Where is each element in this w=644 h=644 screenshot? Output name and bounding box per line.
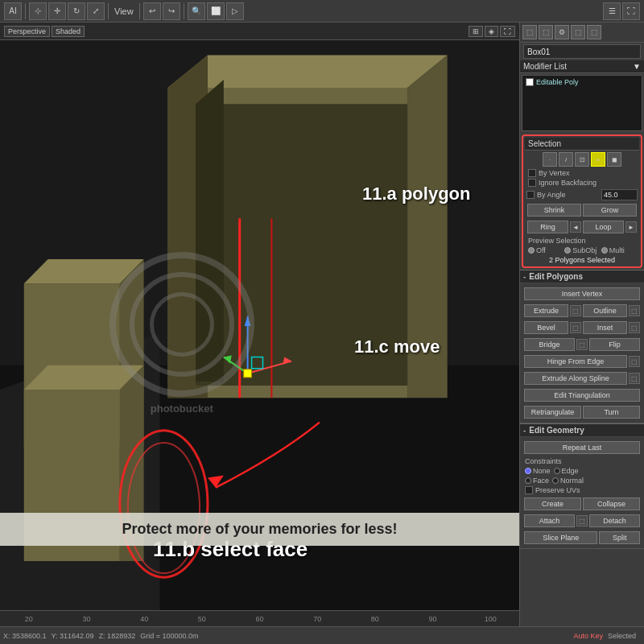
none-radio[interactable] bbox=[525, 468, 531, 474]
selection-section: Selection · / ⊡ ▪ ◼ By Vertex bbox=[522, 134, 642, 268]
edit-polygons-header: - Edit Polygons bbox=[520, 270, 644, 283]
panel-icon-4[interactable]: ⬚ bbox=[587, 25, 601, 39]
edit-triangulation-button[interactable]: Edit Triangulation bbox=[524, 389, 640, 402]
selection-title-bar: Selection bbox=[525, 138, 639, 151]
separator-4 bbox=[184, 3, 184, 19]
toolbar-undo[interactable]: ↩ bbox=[143, 2, 161, 20]
ignore-backfacing-checkbox[interactable] bbox=[528, 179, 536, 187]
hinge-row: Hinge From Edge ⬚ bbox=[522, 353, 642, 369]
detach-button[interactable]: Detach bbox=[589, 514, 640, 527]
sel-element-icon[interactable]: ◼ bbox=[607, 152, 621, 167]
sel-vertex-icon[interactable]: · bbox=[543, 152, 557, 167]
modifier-checkbox[interactable] bbox=[526, 78, 534, 86]
attach-button[interactable]: Attach bbox=[524, 514, 575, 527]
status-bar: X: 3538600.1 Y: 311642.09 Z: 1828932 Gri… bbox=[0, 626, 644, 644]
panel-icon-2[interactable]: ⚙ bbox=[555, 25, 569, 39]
face-radio[interactable] bbox=[525, 477, 531, 484]
insert-vertex-button[interactable]: Insert Vertex bbox=[524, 287, 640, 300]
slice-plane-button[interactable]: Slice Plane bbox=[524, 531, 597, 544]
constraint-face[interactable]: Face bbox=[525, 477, 549, 485]
ring-button[interactable]: Ring bbox=[527, 221, 568, 233]
preview-off-label: Off bbox=[536, 246, 563, 254]
turn-button[interactable]: Turn bbox=[583, 406, 640, 419]
panel-icon-3[interactable]: ⬚ bbox=[571, 25, 585, 39]
toolbar-rotate[interactable]: ↻ bbox=[68, 2, 85, 20]
viewport-shading-btn[interactable]: Shaded bbox=[52, 26, 85, 37]
object-name-input[interactable] bbox=[523, 44, 641, 59]
sel-polygon-icon[interactable]: ▪ bbox=[591, 152, 605, 167]
bridge-flip-row: Bridge ⬚ Flip bbox=[522, 336, 642, 353]
collapse-button[interactable]: Collapse bbox=[583, 497, 640, 510]
preserve-uvs-checkbox[interactable] bbox=[525, 486, 533, 494]
hinge-button[interactable]: Hinge From Edge bbox=[524, 355, 627, 368]
loop-button[interactable]: Loop bbox=[583, 221, 624, 233]
extrude-spline-button[interactable]: Extrude Along Spline bbox=[524, 372, 627, 385]
right-panel: ⬚ ⬚ ⚙ ⬚ ⬚ Modifier List ▼ Editable Poly bbox=[519, 23, 644, 626]
sel-border-icon[interactable]: ⊡ bbox=[575, 152, 589, 167]
by-angle-label: By Angle bbox=[537, 191, 601, 199]
toolbar-zoom[interactable]: 🔍 bbox=[188, 2, 205, 20]
viewport-wireframe-btn[interactable]: ⊞ bbox=[469, 26, 483, 37]
bevel-button[interactable]: Bevel bbox=[524, 321, 568, 334]
toolbar-render[interactable]: ▷ bbox=[226, 2, 244, 20]
ring-arrow-btn[interactable]: ◄ bbox=[570, 221, 581, 233]
bridge-settings-btn[interactable]: ⬚ bbox=[576, 339, 588, 350]
outline-settings-btn[interactable]: ⬚ bbox=[629, 305, 640, 316]
by-angle-input[interactable] bbox=[601, 189, 638, 200]
create-button[interactable]: Create bbox=[524, 497, 581, 510]
shrink-grow-row: Shrink Grow bbox=[525, 202, 639, 218]
ruler-50: 50 bbox=[173, 615, 231, 623]
toolbar-scale[interactable]: ⤢ bbox=[87, 2, 105, 20]
constraints-none-row: None Edge bbox=[522, 466, 642, 476]
top-toolbar: AI ⊹ ✛ ↻ ⤢ View ↩ ↪ 🔍 ⬜ ▷ ☰ ⛶ bbox=[0, 0, 644, 23]
edge-radio[interactable] bbox=[554, 468, 560, 474]
normal-radio[interactable] bbox=[552, 477, 559, 484]
inset-settings-btn[interactable]: ⬚ bbox=[629, 322, 640, 333]
outline-button[interactable]: Outline bbox=[583, 304, 627, 317]
toolbar-ai[interactable]: AI bbox=[4, 2, 22, 20]
loop-arrow-btn[interactable]: ► bbox=[625, 221, 637, 233]
viewport-options-btn[interactable]: ◈ bbox=[485, 26, 498, 37]
toolbar-move[interactable]: ✛ bbox=[48, 2, 66, 20]
extrude-spline-settings-btn[interactable]: ⬚ bbox=[629, 373, 640, 384]
retriangulate-button[interactable]: Retriangulate bbox=[524, 406, 581, 419]
extrude-button[interactable]: Extrude bbox=[524, 304, 568, 317]
shrink-button[interactable]: Shrink bbox=[527, 204, 581, 217]
status-auto-key[interactable]: Auto Key bbox=[573, 632, 603, 640]
viewport-3d[interactable]: Perspective Shaded ⊞ ◈ ⛶ bbox=[0, 23, 519, 626]
extrude-spline-row: Extrude Along Spline ⬚ bbox=[522, 370, 642, 386]
hinge-settings-btn[interactable]: ⬚ bbox=[629, 356, 640, 367]
sel-edge-icon[interactable]: / bbox=[559, 152, 573, 167]
toolbar-settings[interactable]: ☰ bbox=[603, 2, 621, 20]
bevel-settings-btn[interactable]: ⬚ bbox=[570, 322, 581, 333]
toolbar-wireframe[interactable]: ⬜ bbox=[207, 2, 225, 20]
separator-2 bbox=[108, 3, 109, 19]
constraint-none[interactable]: None bbox=[525, 467, 551, 475]
preview-subobj-radio[interactable] bbox=[564, 247, 571, 254]
split-button[interactable]: Split bbox=[599, 531, 640, 544]
modifier-dropdown-arrow[interactable]: ▼ bbox=[633, 62, 641, 71]
flip-button[interactable]: Flip bbox=[589, 338, 640, 351]
inset-button[interactable]: Inset bbox=[583, 321, 627, 334]
bridge-button[interactable]: Bridge bbox=[524, 338, 575, 351]
banner: Protect more of your memories for less! bbox=[0, 513, 519, 546]
preview-multi-radio[interactable] bbox=[601, 247, 608, 254]
panel-icon-1[interactable]: ⬚ bbox=[539, 25, 553, 39]
edit-polygons-section: Insert Vertex Extrude ⬚ Outline ⬚ Bevel … bbox=[520, 283, 644, 423]
constraint-edge[interactable]: Edge bbox=[554, 467, 579, 475]
toolbar-select[interactable]: ⊹ bbox=[29, 2, 47, 20]
watermark-inner bbox=[130, 272, 234, 377]
preview-off-radio[interactable] bbox=[528, 247, 535, 254]
by-angle-checkbox[interactable] bbox=[526, 191, 535, 199]
toolbar-redo[interactable]: ↪ bbox=[163, 2, 180, 20]
constraint-normal[interactable]: Normal bbox=[552, 477, 584, 485]
extrude-settings-btn[interactable]: ⬚ bbox=[570, 305, 581, 316]
panel-icon-0[interactable]: ⬚ bbox=[522, 25, 537, 39]
attach-settings-btn[interactable]: ⬚ bbox=[576, 515, 588, 526]
by-vertex-checkbox[interactable] bbox=[528, 169, 536, 177]
viewport-fullscreen-btn[interactable]: ⛶ bbox=[500, 26, 515, 37]
grow-button[interactable]: Grow bbox=[583, 204, 637, 217]
viewport-perspective-btn[interactable]: Perspective bbox=[4, 26, 50, 37]
repeat-last-button[interactable]: Repeat Last bbox=[524, 441, 640, 454]
toolbar-maximize[interactable]: ⛶ bbox=[622, 2, 640, 20]
